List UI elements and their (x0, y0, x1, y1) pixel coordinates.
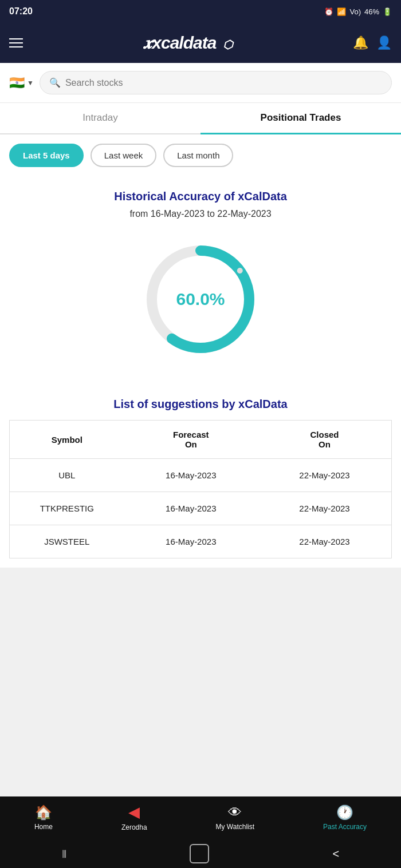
search-box[interactable]: 🔍 (40, 71, 392, 94)
status-time: 07:20 (9, 6, 33, 17)
filter-last5days[interactable]: Last 5 days (9, 144, 84, 167)
bottom-nav-home[interactable]: 🏠 Home (34, 804, 53, 831)
logo-caldata: xcaldata (152, 33, 216, 52)
android-home-btn[interactable] (190, 844, 209, 863)
accuracy-percentage: 60.0% (176, 290, 225, 309)
cell-closed-2: 22-May-2023 (258, 525, 391, 558)
cell-closed-0: 22-May-2023 (258, 459, 391, 492)
bottom-nav-watchlist[interactable]: 👁 My Watchlist (216, 804, 255, 831)
accuracy-title: Historical Accuracy of xCalData (9, 190, 392, 203)
nav-icons: 🔔 👤 (353, 35, 392, 50)
tab-positional[interactable]: Positional Trades (200, 103, 401, 134)
donut-chart: 60.0% (137, 236, 264, 362)
bottom-nav-watchlist-label: My Watchlist (216, 823, 255, 831)
tab-intraday[interactable]: Intraday (0, 103, 200, 134)
bottom-nav: 🏠 Home ◀ Zerodha 👁 My Watchlist 🕐 Past A… (0, 796, 401, 839)
accuracy-section: Historical Accuracy of xCalData from 16-… (0, 176, 401, 389)
logo-chart-icon: ⬡ (223, 38, 232, 51)
battery-icon: 46% (364, 7, 379, 16)
bottom-nav-zerodha-label: Zerodha (121, 823, 147, 831)
android-recent-btn[interactable]: ⦀ (62, 847, 66, 861)
cell-forecast-1: 16-May-2023 (124, 492, 258, 525)
bottom-nav-pastaccuracy-label: Past Accuracy (323, 823, 367, 831)
search-icon: 🔍 (49, 77, 61, 88)
cell-closed-1: 22-May-2023 (258, 492, 391, 525)
cell-forecast-0: 16-May-2023 (124, 459, 258, 492)
col-header-forecast: ForecastOn (124, 421, 258, 459)
filter-lastweek[interactable]: Last week (91, 144, 157, 167)
bottom-nav-zerodha[interactable]: ◀ Zerodha (121, 803, 147, 831)
accuracy-date-range: from 16-May-2023 to 22-May-2023 (9, 209, 392, 219)
table-row: JSWSTEEL 16-May-2023 22-May-2023 (10, 525, 392, 558)
hamburger-menu[interactable] (9, 38, 23, 47)
bell-icon[interactable]: 🔔 (353, 35, 368, 50)
filter-lastmonth[interactable]: Last month (163, 144, 233, 167)
bottom-nav-home-label: Home (34, 823, 53, 831)
filters-row: Last 5 days Last week Last month (0, 134, 401, 176)
table-row: TTKPRESTIG 16-May-2023 22-May-2023 (10, 492, 392, 525)
bottom-nav-pastaccuracy[interactable]: 🕐 Past Accuracy (323, 804, 367, 831)
suggestions-section: List of suggestions by xCalData Symbol F… (0, 389, 401, 568)
android-back-btn[interactable]: < (333, 847, 340, 861)
logo-text: 𝒙xcaldata ⬡ (144, 33, 231, 53)
table-row: UBL 16-May-2023 22-May-2023 (10, 459, 392, 492)
eye-icon: 👁 (228, 804, 242, 821)
stock-table: Symbol ForecastOn ClosedOn UBL 16-May-20… (9, 420, 392, 558)
cell-forecast-2: 16-May-2023 (124, 525, 258, 558)
navbar: 𝒙xcaldata ⬡ 🔔 👤 (0, 23, 401, 63)
status-bar: 07:20 ⏰ 📶 Vo) 46% 🔋 (0, 0, 401, 23)
col-header-closed: ClosedOn (258, 421, 391, 459)
cell-symbol-0: UBL (10, 459, 124, 492)
battery-symbol: 🔋 (383, 7, 392, 16)
clock-history-icon: 🕐 (336, 804, 353, 821)
tabs-row: Intraday Positional Trades (0, 103, 401, 134)
signal-icon: Vo) (349, 7, 361, 16)
home-icon: 🏠 (35, 804, 52, 821)
cell-symbol-1: TTKPRESTIG (10, 492, 124, 525)
alarm-icon: ⏰ (324, 7, 333, 16)
country-flag: 🇮🇳 (9, 76, 25, 90)
suggestions-title: List of suggestions by xCalData (9, 398, 392, 411)
search-row: 🇮🇳 ▼ 🔍 (0, 63, 401, 103)
cell-symbol-2: JSWSTEEL (10, 525, 124, 558)
logo-x-letter: 𝒙 (144, 33, 152, 52)
chevron-down-icon: ▼ (27, 79, 34, 87)
zerodha-icon: ◀ (128, 803, 140, 821)
android-nav-bar: ⦀ < (0, 839, 401, 868)
col-header-symbol: Symbol (10, 421, 124, 459)
logo: 𝒙xcaldata ⬡ (32, 33, 344, 53)
table-header-row: Symbol ForecastOn ClosedOn (10, 421, 392, 459)
search-input[interactable] (65, 78, 382, 88)
profile-icon[interactable]: 👤 (376, 35, 392, 50)
wifi-icon: 📶 (337, 7, 346, 16)
status-icons: ⏰ 📶 Vo) 46% 🔋 (324, 7, 392, 16)
country-selector[interactable]: 🇮🇳 ▼ (9, 76, 34, 90)
